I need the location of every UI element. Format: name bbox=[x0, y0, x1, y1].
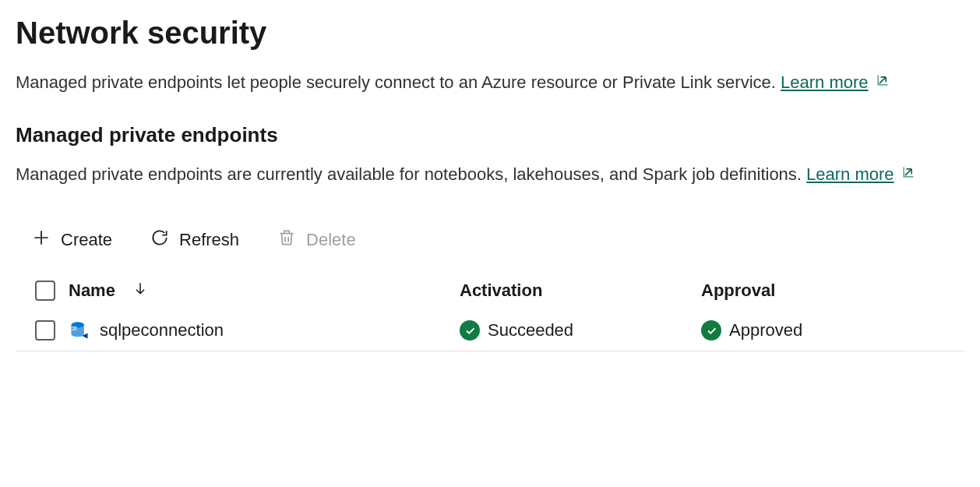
trash-icon bbox=[277, 228, 297, 252]
row-approval: Approved bbox=[729, 320, 802, 341]
table-header: Name Activation Approval bbox=[16, 271, 964, 310]
learn-more-link[interactable]: Learn more bbox=[781, 69, 890, 95]
page-title: Network security bbox=[16, 16, 964, 51]
header-activation[interactable]: Activation bbox=[460, 281, 701, 301]
toolbar: Create Refresh Delete bbox=[16, 215, 964, 271]
row-checkbox[interactable] bbox=[35, 320, 55, 341]
section-title: Managed private endpoints bbox=[16, 123, 964, 147]
row-activation: Succeeded bbox=[488, 320, 573, 341]
page-description-text: Managed private endpoints let people sec… bbox=[16, 72, 781, 92]
learn-more-text: Learn more bbox=[781, 69, 869, 95]
row-name: sqlpeconnection bbox=[100, 320, 224, 341]
page-description: Managed private endpoints let people sec… bbox=[16, 69, 964, 95]
sql-resource-icon: SQL bbox=[69, 319, 90, 341]
header-activation-text: Activation bbox=[460, 281, 542, 301]
check-circle-icon bbox=[460, 320, 480, 341]
sort-arrow-down-icon bbox=[125, 281, 148, 301]
section-description-text: Managed private endpoints are currently … bbox=[16, 164, 806, 184]
check-circle-icon bbox=[701, 320, 721, 341]
create-label: Create bbox=[61, 230, 112, 250]
section-learn-more-link[interactable]: Learn more bbox=[806, 161, 916, 187]
refresh-label: Refresh bbox=[179, 230, 239, 250]
section-learn-more-text: Learn more bbox=[806, 161, 894, 187]
endpoints-table: Name Activation Approval SQL sqlpeconnec… bbox=[16, 271, 964, 351]
refresh-button[interactable]: Refresh bbox=[150, 228, 239, 252]
external-link-icon bbox=[901, 161, 916, 187]
delete-button: Delete bbox=[277, 228, 356, 252]
refresh-icon bbox=[150, 228, 170, 252]
header-name-text: Name bbox=[69, 281, 115, 301]
create-button[interactable]: Create bbox=[31, 228, 112, 252]
delete-label: Delete bbox=[306, 230, 356, 250]
table-row[interactable]: SQL sqlpeconnection Succeeded Approved bbox=[16, 310, 964, 351]
section-description: Managed private endpoints are currently … bbox=[16, 161, 964, 187]
plus-icon bbox=[31, 228, 51, 252]
header-approval-text: Approval bbox=[701, 281, 775, 301]
select-all-checkbox[interactable] bbox=[35, 281, 55, 301]
svg-text:SQL: SQL bbox=[72, 327, 78, 330]
external-link-icon bbox=[875, 69, 890, 95]
header-approval[interactable]: Approval bbox=[701, 281, 958, 301]
header-name[interactable]: Name bbox=[69, 281, 460, 301]
